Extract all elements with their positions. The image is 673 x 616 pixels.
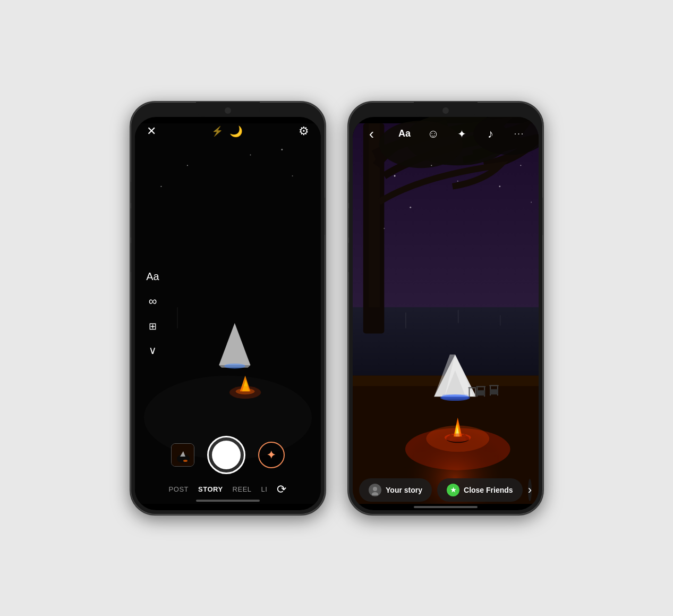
svg-point-63 [384, 227, 385, 229]
gallery-thumbnail[interactable] [171, 443, 194, 467]
svg-point-62 [457, 180, 458, 181]
more-options-button[interactable]: ∨ [144, 344, 161, 357]
home-indicator-2 [414, 506, 478, 508]
svg-rect-67 [499, 315, 500, 325]
phone-story-edit: ‹ Aa ☺ ✦ ♪ ··· [347, 101, 544, 516]
mode-story[interactable]: STORY [198, 485, 223, 493]
camera-mode-row: POST STORY REEL LI ⟳ [135, 483, 321, 496]
front-camera-2 [442, 107, 449, 114]
mode-post[interactable]: POST [169, 485, 189, 493]
boomerang-button[interactable]: ∞ [144, 294, 161, 308]
camera-top-bar: ✕ ⚡ 🌙 ⚙ [135, 117, 321, 144]
shutter-row: ✦ [135, 436, 321, 474]
story-edit-screen: ‹ Aa ☺ ✦ ♪ ··· [353, 117, 539, 510]
svg-point-61 [531, 201, 532, 202]
svg-point-8 [229, 386, 260, 399]
close-button[interactable]: ✕ [147, 124, 156, 138]
story-share-bar: Your story ★ Close Friends › [353, 478, 539, 502]
camera-top-center: ⚡ 🌙 [211, 125, 243, 138]
user-avatar [369, 484, 381, 496]
svg-point-18 [183, 460, 188, 462]
ai-icon: ✦ [267, 449, 276, 461]
your-story-label: Your story [386, 486, 422, 494]
svg-point-10 [250, 154, 251, 155]
settings-icon[interactable]: ⚙ [299, 124, 309, 138]
svg-point-64 [410, 206, 411, 208]
your-story-button[interactable]: Your story [359, 478, 432, 502]
close-friends-button[interactable]: ★ Close Friends [437, 478, 523, 502]
svg-point-60 [520, 165, 521, 166]
story-background-image [353, 117, 539, 510]
svg-rect-66 [457, 310, 458, 323]
close-friends-label: Close Friends [464, 486, 513, 494]
ai-enhance-button[interactable]: ✦ [258, 442, 285, 468]
svg-point-4 [224, 363, 245, 368]
svg-point-12 [160, 185, 161, 187]
story-edit-tools: Aa ☺ ✦ ♪ ··· [395, 124, 529, 144]
shutter-button[interactable] [207, 436, 245, 474]
close-friends-icon: ★ [447, 484, 459, 496]
front-camera [225, 107, 231, 114]
svg-point-57 [394, 175, 395, 176]
music-button[interactable]: ♪ [481, 124, 500, 144]
home-indicator [196, 500, 260, 502]
svg-point-59 [499, 185, 500, 187]
svg-point-11 [292, 175, 293, 176]
sticker-button[interactable]: ☺ [424, 124, 443, 144]
svg-rect-14 [177, 307, 178, 328]
more-options-button[interactable]: ··· [510, 124, 529, 144]
story-edit-top-bar: ‹ Aa ☺ ✦ ♪ ··· [353, 117, 539, 149]
mode-live[interactable]: LI [261, 485, 268, 493]
svg-point-69 [373, 487, 377, 491]
flip-camera-button[interactable]: ⟳ [277, 483, 286, 496]
camera-bottom-controls: ✦ POST STORY REEL LI ⟳ [135, 436, 321, 510]
night-mode-icon[interactable]: 🌙 [229, 125, 243, 138]
camera-left-sidebar: Aa ∞ ⊞ ∨ [144, 271, 161, 357]
svg-point-13 [281, 149, 283, 150]
svg-point-58 [431, 165, 432, 166]
shutter-inner [212, 441, 241, 469]
layout-button[interactable]: ⊞ [144, 320, 161, 332]
text-tool-button[interactable]: Aa [395, 124, 414, 144]
phone-camera: ✕ ⚡ 🌙 ⚙ Aa ∞ ⊞ ∨ [130, 101, 326, 516]
back-button[interactable]: ‹ [362, 124, 381, 144]
svg-point-9 [186, 165, 188, 166]
camera-screen: ✕ ⚡ 🌙 ⚙ Aa ∞ ⊞ ∨ [135, 117, 321, 510]
effects-button[interactable]: ✦ [453, 124, 472, 144]
text-tool-button[interactable]: Aa [144, 271, 161, 283]
next-button[interactable]: › [528, 479, 532, 501]
flash-off-icon[interactable]: ⚡ [211, 125, 223, 137]
mode-reel[interactable]: REEL [233, 485, 252, 493]
svg-rect-65 [405, 313, 406, 328]
